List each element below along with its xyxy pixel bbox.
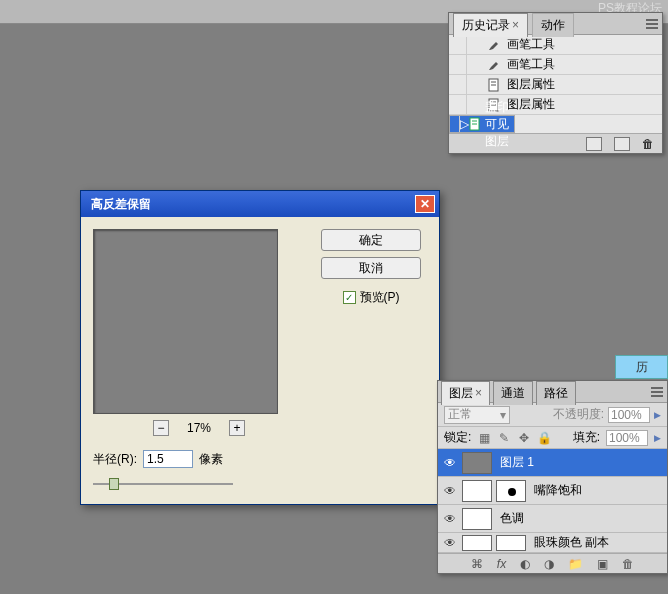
visibility-icon[interactable]: 👁 (438, 456, 462, 470)
stamp-icon (469, 116, 481, 132)
history-tabs: 历史记录× 动作 (449, 13, 662, 35)
layer-row[interactable]: 👁 色调 (438, 505, 667, 533)
radius-input[interactable] (143, 450, 193, 468)
layers-panel: 图层× 通道 路径 正常▾ 不透明度: 100% ▶ 锁定: ▦ ✎ ✥ 🔒 填… (437, 380, 668, 574)
floating-tab[interactable]: 历 (615, 355, 668, 379)
trash-icon[interactable]: 🗑 (622, 557, 634, 571)
history-marker-icon: ▷ (460, 117, 469, 131)
trash-icon[interactable]: 🗑 (642, 137, 654, 151)
radius-label: 半径(R): (93, 451, 137, 468)
brush-icon (485, 37, 503, 53)
tab-channels[interactable]: 通道 (493, 381, 533, 405)
panel-menu-icon[interactable] (651, 387, 663, 397)
zoom-value: 17% (187, 421, 211, 435)
ok-button[interactable]: 确定 (321, 229, 421, 251)
lock-transparency-icon[interactable]: ▦ (477, 431, 491, 445)
tab-paths[interactable]: 路径 (536, 381, 576, 405)
lock-label: 锁定: (444, 429, 471, 446)
fx-icon[interactable]: fx (497, 557, 506, 571)
layer-list: 👁 图层 1 👁 嘴降饱和 👁 色调 👁 眼珠颜色 副本 (438, 449, 667, 553)
lock-position-icon[interactable]: ✥ (517, 431, 531, 445)
layer-mask[interactable] (496, 480, 526, 502)
close-icon[interactable]: × (512, 18, 519, 32)
panel-menu-icon[interactable] (646, 19, 658, 29)
document-icon (485, 77, 503, 93)
layers-footer: ⌘ fx ◐ ◑ 📁 ▣ 🗑 (438, 553, 667, 573)
cancel-button[interactable]: 取消 (321, 257, 421, 279)
opacity-flyout-icon[interactable]: ▶ (654, 410, 661, 420)
fill-label: 填充: (573, 429, 600, 446)
zoom-in-button[interactable]: + (229, 420, 245, 436)
zoom-out-button[interactable]: − (153, 420, 169, 436)
visibility-icon[interactable]: 👁 (438, 484, 462, 498)
layer-thumb[interactable] (462, 508, 492, 530)
radius-unit: 像素 (199, 451, 223, 468)
layer-options-row: 正常▾ 不透明度: 100% ▶ (438, 403, 667, 427)
layer-row[interactable]: 👁 图层 1 (438, 449, 667, 477)
preview-label: 预览(P) (360, 289, 400, 306)
layer-row[interactable]: 👁 眼珠颜色 副本 (438, 533, 667, 553)
opacity-input[interactable]: 100% (608, 407, 650, 423)
history-list: 画笔工具 画笔工具 图层属性 图层属性 ▷ (449, 35, 662, 133)
fill-flyout-icon[interactable]: ▶ (654, 433, 661, 443)
new-document-icon[interactable] (614, 137, 630, 151)
close-button[interactable]: ✕ (415, 195, 435, 213)
lock-row: 锁定: ▦ ✎ ✥ 🔒 填充: 100% ▶ (438, 427, 667, 449)
brush-icon (485, 57, 503, 73)
tab-layers[interactable]: 图层× (441, 381, 490, 405)
folder-icon[interactable]: 📁 (568, 557, 583, 571)
fill-input[interactable]: 100% (606, 430, 648, 446)
visibility-icon[interactable]: 👁 (438, 536, 462, 550)
mask-icon[interactable]: ◐ (520, 557, 530, 571)
new-snapshot-icon[interactable] (586, 137, 602, 151)
opacity-label: 不透明度: (553, 406, 604, 423)
dialog-titlebar[interactable]: 高反差保留 ✕ (81, 191, 439, 217)
layer-thumb[interactable] (462, 452, 492, 474)
history-item[interactable]: 画笔工具 (449, 35, 662, 55)
layer-thumb[interactable] (462, 480, 492, 502)
lock-all-icon[interactable]: 🔒 (537, 431, 551, 445)
layer-mask[interactable] (496, 535, 526, 551)
history-item[interactable]: ▷ 盖印可见图层 (449, 115, 515, 133)
tab-history[interactable]: 历史记录× (453, 13, 528, 37)
blend-mode-select[interactable]: 正常▾ (444, 406, 510, 424)
history-item[interactable]: 图层属性 (449, 75, 662, 95)
dialog-title: 高反差保留 (85, 196, 415, 213)
slider-thumb[interactable] (109, 478, 119, 490)
radius-slider[interactable] (93, 476, 233, 492)
visibility-icon[interactable]: 👁 (438, 512, 462, 526)
new-layer-icon[interactable]: ▣ (597, 557, 608, 571)
lock-pixels-icon[interactable]: ✎ (497, 431, 511, 445)
tab-actions[interactable]: 动作 (532, 13, 574, 37)
layers-tabs: 图层× 通道 路径 (438, 381, 667, 403)
layer-thumb[interactable] (462, 535, 492, 551)
history-item[interactable]: 画笔工具 (449, 55, 662, 75)
history-panel: 历史记录× 动作 画笔工具 画笔工具 图层属性 (448, 12, 663, 154)
high-pass-dialog: 高反差保留 ✕ − 17% + 半径(R): 像素 确定 取消 (80, 190, 440, 505)
link-icon[interactable]: ⌘ (471, 557, 483, 571)
preview-checkbox[interactable]: ✓ (343, 291, 356, 304)
adjustment-icon[interactable]: ◑ (544, 557, 554, 571)
preview-box[interactable] (93, 229, 278, 414)
layer-row[interactable]: 👁 嘴降饱和 (438, 477, 667, 505)
close-icon[interactable]: × (475, 386, 482, 400)
